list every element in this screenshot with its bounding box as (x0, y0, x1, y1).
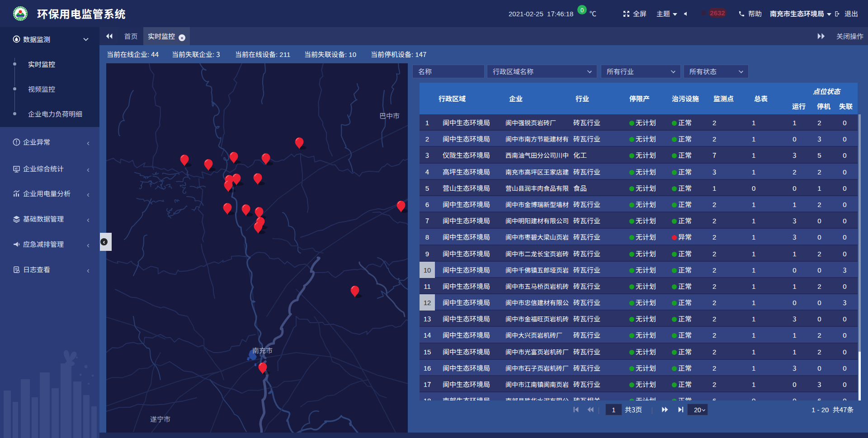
svg-text:巴中市: 巴中市 (379, 111, 400, 120)
svg-text:南充市: 南充市 (252, 345, 273, 355)
svg-text:遂宁市: 遂宁市 (150, 414, 170, 424)
